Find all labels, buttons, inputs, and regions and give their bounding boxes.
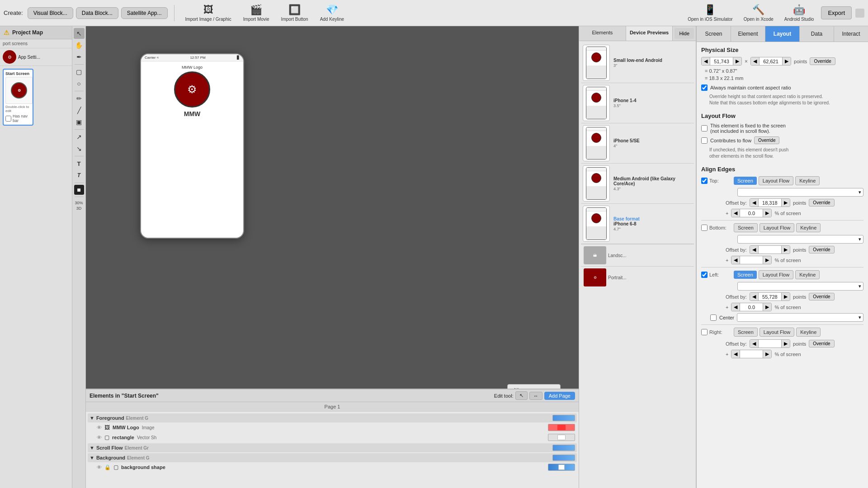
top-screen-btn[interactable]: Screen	[734, 177, 757, 185]
three-d-label[interactable]: 3D	[76, 206, 82, 211]
tab-device-previews[interactable]: Device Previews	[626, 26, 673, 41]
text2-tool[interactable]: T	[74, 170, 85, 181]
dp-item-iphone68[interactable]: Base format iPhone 6-8 4.7"	[581, 204, 694, 244]
top-pct-stepper[interactable]: ◀ 0.0 ▶	[731, 209, 772, 217]
top-pct-increase-btn[interactable]: ▶	[763, 209, 771, 217]
bottom-offset-stepper[interactable]: ◀ ▶	[750, 245, 790, 254]
bottom-screen-btn[interactable]: Screen	[734, 223, 758, 232]
contributes-checkbox[interactable]	[701, 137, 708, 144]
left-pct-decrease-btn[interactable]: ◀	[731, 303, 740, 311]
background-header[interactable]: ▼ Background Element G	[88, 453, 577, 462]
width-decrease-btn[interactable]: ◀	[702, 57, 710, 65]
pencil-tool[interactable]: ✏	[74, 93, 85, 104]
left-pct-stepper[interactable]: ◀ 0.0 ▶	[731, 303, 772, 311]
import-button-btn[interactable]: 🔲 Import Button	[277, 3, 313, 23]
right-align-checkbox[interactable]	[701, 329, 708, 335]
bottom-pct-stepper[interactable]: ◀ ▶	[731, 256, 772, 264]
left-align-checkbox[interactable]	[701, 272, 708, 278]
contributes-override-btn[interactable]: Override	[754, 136, 779, 144]
right-offset-increase-btn[interactable]: ▶	[781, 340, 790, 347]
top-pct-decrease-btn[interactable]: ◀	[731, 209, 740, 217]
import-movie-btn[interactable]: 🎬 Import Movie	[239, 3, 274, 23]
top-offset-decrease-btn[interactable]: ◀	[750, 199, 759, 206]
dp-item-iphone14[interactable]: iPhone 1-4 3.5"	[581, 83, 694, 123]
tab-data[interactable]: Data	[800, 26, 834, 42]
bottom-offset-override-btn[interactable]: Override	[809, 246, 834, 253]
window-controls[interactable]	[855, 9, 864, 18]
cursor-tool[interactable]: ↖	[74, 28, 85, 39]
edit-tool-move-btn[interactable]: ↔	[529, 392, 542, 400]
left-offset-increase-btn[interactable]: ▶	[781, 293, 790, 300]
left-offset-override-btn[interactable]: Override	[809, 293, 834, 300]
satellite-app-btn[interactable]: Satellite App...	[121, 7, 168, 19]
hand-tool[interactable]: ✋	[74, 40, 85, 51]
android-studio-btn[interactable]: 🤖 Android Studio	[781, 3, 818, 23]
phone-frame[interactable]: Carrier ≈ 12:57 PM ▊ MMW Logo ⚙ MMW	[140, 53, 244, 239]
top-offset-stepper[interactable]: ◀ 18,318 ▶	[750, 198, 790, 207]
hide-btn[interactable]: Hide	[675, 28, 694, 39]
tab-elements[interactable]: Elements	[579, 26, 626, 41]
left-keyline-btn[interactable]: Keyline	[795, 270, 820, 279]
eye-icon-mmw[interactable]: 👁	[97, 425, 102, 430]
lock-icon-bg[interactable]: 🔒	[104, 465, 111, 470]
edit-tool-cursor-btn[interactable]: ↖	[515, 391, 528, 400]
tree-item-bg-shape[interactable]: 👁 🔒 ▢ background shape	[88, 462, 577, 472]
start-screen-card[interactable]: Start Screen ⚙ Double-click to edit Has …	[3, 69, 33, 126]
right-pct-increase-btn[interactable]: ▶	[763, 350, 771, 358]
right-offset-decrease-btn[interactable]: ◀	[750, 340, 759, 347]
right-layout-flow-btn[interactable]: Layout Flow	[760, 328, 794, 337]
cursor2-tool[interactable]: ↗	[74, 131, 85, 142]
tree-item-rectangle[interactable]: 👁 ▢ rectangle Vector Sh	[88, 432, 577, 442]
fixed-screen-checkbox[interactable]	[701, 125, 708, 131]
color-box-tool[interactable]: ■	[74, 185, 84, 195]
right-pct-stepper[interactable]: ◀ ▶	[731, 350, 772, 358]
open-ios-simulator-btn[interactable]: 📱 Open in iOS Simulator	[684, 3, 736, 23]
right-offset-stepper[interactable]: ◀ ▶	[750, 339, 790, 348]
visual-block-btn[interactable]: Visual Block...	[28, 7, 73, 19]
top-layout-flow-btn[interactable]: Layout Flow	[759, 176, 793, 185]
right-keyline-btn[interactable]: Keyline	[796, 328, 821, 337]
center-checkbox[interactable]	[710, 314, 717, 321]
left-dropdown[interactable]: ▾	[737, 282, 863, 291]
scrollflow-header[interactable]: ▼ Scroll Flow Element Gr	[88, 443, 577, 452]
tab-interact[interactable]: Interact	[834, 26, 868, 42]
aspect-ratio-checkbox[interactable]	[701, 84, 708, 91]
app-settings-row[interactable]: ⚙ App Setti...	[0, 48, 72, 66]
width-stepper[interactable]: ◀ 51,743 ▶	[701, 57, 742, 66]
top-keyline-btn[interactable]: Keyline	[795, 176, 820, 185]
top-offset-increase-btn[interactable]: ▶	[781, 199, 790, 206]
open-xcode-btn[interactable]: 🔨 Open in Xcode	[740, 3, 777, 23]
data-block-btn[interactable]: Data Block...	[76, 7, 118, 19]
height-stepper[interactable]: ◀ 62,621 ▶	[750, 57, 791, 66]
left-layout-flow-btn[interactable]: Layout Flow	[759, 270, 793, 279]
tab-screen[interactable]: Screen	[697, 26, 731, 42]
rect2-tool[interactable]: ▣	[74, 117, 85, 127]
ellipse-tool[interactable]: ○	[74, 78, 85, 89]
bottom-pct-decrease-btn[interactable]: ◀	[731, 256, 740, 264]
width-increase-btn[interactable]: ▶	[733, 57, 741, 65]
right-offset-override-btn[interactable]: Override	[809, 340, 834, 347]
dp-item-medium-android[interactable]: Medium Android (like Galaxy Core/Ace) 4.…	[581, 164, 694, 204]
right-screen-btn[interactable]: Screen	[734, 328, 758, 337]
add-keyline-btn[interactable]: 💎 Add Keyline	[316, 3, 349, 23]
has-nav-bar-checkbox[interactable]	[5, 116, 11, 122]
bottom-pct-increase-btn[interactable]: ▶	[763, 256, 771, 264]
bottom-keyline-btn[interactable]: Keyline	[796, 223, 821, 232]
dp-item-iphone5se[interactable]: iPhone 5/SE 4"	[581, 123, 694, 164]
right-pct-decrease-btn[interactable]: ◀	[731, 350, 740, 358]
top-offset-override-btn[interactable]: Override	[809, 199, 834, 206]
line-tool[interactable]: ╱	[74, 105, 85, 116]
bottom-align-checkbox[interactable]	[701, 225, 708, 231]
tab-element[interactable]: Element	[731, 26, 765, 42]
left-screen-btn[interactable]: Screen	[734, 271, 757, 279]
foreground-header[interactable]: ▼ Foreground Element G	[88, 413, 577, 422]
dp-item-small-android[interactable]: Small low-end Android 3"	[581, 43, 694, 83]
eye-icon-bg[interactable]: 👁	[97, 465, 102, 470]
bottom-dropdown[interactable]: ▾	[737, 235, 863, 244]
top-align-checkbox[interactable]	[701, 178, 708, 184]
bottom-offset-increase-btn[interactable]: ▶	[781, 246, 790, 253]
top-dropdown[interactable]: ▾	[737, 188, 863, 197]
size-override-btn[interactable]: Override	[810, 57, 835, 65]
height-decrease-btn[interactable]: ◀	[751, 57, 760, 65]
center-dropdown[interactable]: ▾	[737, 313, 863, 322]
